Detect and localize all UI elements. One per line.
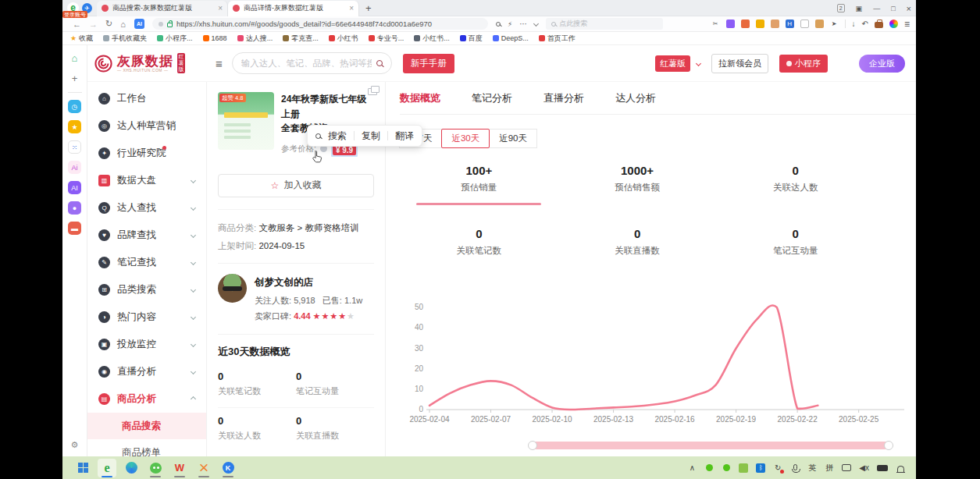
- tray-lang-pinyin[interactable]: 拼: [825, 463, 834, 474]
- close-button[interactable]: ×: [907, 4, 911, 13]
- tab-达人分析[interactable]: 达人分析: [615, 91, 656, 105]
- stat-预估销量[interactable]: 100+预估销量: [400, 164, 558, 216]
- shop-name[interactable]: 创梦文创的店: [255, 274, 362, 293]
- tray-green-dot-1[interactable]: [704, 463, 714, 474]
- k-app[interactable]: K: [219, 459, 237, 477]
- game-ext[interactable]: [741, 20, 750, 28]
- chevron-down-icon[interactable]: [533, 21, 539, 27]
- product-image[interactable]: 超赞 4.8: [218, 92, 274, 150]
- new-tab-button[interactable]: +: [365, 2, 372, 14]
- bookmark-item[interactable]: 专业号...: [369, 34, 404, 44]
- start-button[interactable]: [73, 459, 92, 477]
- add-favorite-button[interactable]: ☆ 加入收藏: [218, 174, 374, 197]
- pages-count-badge[interactable]: 2: [837, 4, 845, 12]
- tray-bluetooth-icon[interactable]: ᛒ: [756, 463, 765, 474]
- rail-home-icon[interactable]: ⌂: [68, 51, 81, 65]
- version-badge[interactable]: 红薯版: [655, 55, 690, 72]
- tab-笔记分析[interactable]: 笔记分析: [472, 91, 512, 105]
- pin-ext[interactable]: ➤: [830, 20, 839, 28]
- bookmark-item[interactable]: 小程序...: [157, 34, 193, 44]
- tab-close-icon[interactable]: ×: [218, 4, 223, 12]
- wechat-app[interactable]: [146, 459, 165, 477]
- sidebar-item-笔记查找[interactable]: ✎笔记查找: [87, 249, 206, 276]
- rail-game-app[interactable]: ▬: [68, 222, 81, 235]
- stat-笔记互动量[interactable]: 0笔记互动量: [716, 227, 875, 268]
- invite-button[interactable]: 拉新领会员: [711, 54, 768, 73]
- tray-green-dot-2[interactable]: [722, 463, 731, 474]
- stat-关联笔记数[interactable]: 0关联笔记数: [400, 227, 558, 268]
- address-bar[interactable]: https://xhs.huitun.com/#/goods/goods_det…: [152, 18, 488, 30]
- edge-browser[interactable]: [122, 459, 141, 477]
- shiba-ext[interactable]: [815, 20, 824, 28]
- forward-icon[interactable]: →: [89, 20, 98, 29]
- bookmark-item[interactable]: 达人搜...: [237, 34, 273, 44]
- restore-button[interactable]: □: [891, 5, 895, 12]
- wps-app[interactable]: W: [170, 459, 189, 477]
- undo-icon[interactable]: ↶: [862, 20, 868, 28]
- ie-browser[interactable]: e: [98, 459, 116, 477]
- tab-close-icon[interactable]: ×: [349, 4, 354, 12]
- tray-sync-icon[interactable]: ↻: [773, 463, 782, 474]
- tray-bell-icon[interactable]: [896, 463, 905, 474]
- person-ext[interactable]: [771, 20, 779, 28]
- sidebar-item-商品分析[interactable]: ▤商品分析: [87, 385, 206, 413]
- sidebar-item-直播分析[interactable]: ◉直播分析: [87, 358, 206, 385]
- minimize-button[interactable]: —: [873, 5, 880, 12]
- bookmark-item[interactable]: 小红书...: [414, 34, 450, 44]
- enterprise-button[interactable]: 企业版: [859, 55, 905, 73]
- sidebar-item-热门内容[interactable]: ◑热门内容: [87, 303, 206, 331]
- briefcase-icon[interactable]: [875, 22, 883, 28]
- compare-icon[interactable]: [368, 88, 377, 95]
- ai-assistant-icon[interactable]: AI: [134, 19, 144, 29]
- version-chevron-icon[interactable]: [696, 60, 701, 66]
- zoom-icon[interactable]: [496, 22, 501, 27]
- popup-action-复制[interactable]: 复制: [362, 130, 380, 143]
- profile-icon[interactable]: [889, 20, 898, 28]
- sidebar-item-达人种草营销[interactable]: ◎达人种草营销: [87, 112, 206, 140]
- sidebar-item-达人查找[interactable]: Q达人查找: [87, 194, 206, 222]
- x-app[interactable]: ⨉: [194, 459, 213, 477]
- miniprogram-button[interactable]: 小程序: [779, 55, 828, 73]
- datazoom-handle[interactable]: [884, 441, 893, 450]
- sidebar-item-数据大盘[interactable]: ▥数据大盘: [87, 167, 206, 194]
- trophy-ext[interactable]: [756, 20, 764, 28]
- collapse-menu-icon[interactable]: ≡: [216, 57, 223, 70]
- tray-touchpad-icon[interactable]: [842, 463, 851, 474]
- settings-gear-icon[interactable]: ⚙: [62, 440, 87, 450]
- app-logo[interactable]: 灰豚数据 — XHS.HUITUN.COM — 红薯版: [94, 53, 212, 73]
- gift-icon[interactable]: ▣: [856, 5, 863, 12]
- sidebar-item-投放监控[interactable]: ▣投放监控: [87, 331, 206, 358]
- tab-数据概览[interactable]: 数据概览: [400, 91, 440, 105]
- bookmark-item[interactable]: 百度: [460, 34, 483, 44]
- stat-预估销售额[interactable]: 1000+预估销售额: [558, 164, 717, 216]
- browser-tab[interactable]: 商品详情-灰豚数据红薯版×: [228, 1, 359, 16]
- rail-add-icon[interactable]: +: [68, 72, 81, 85]
- sidebar-item-行业研究院[interactable]: ✦行业研究院: [87, 140, 206, 167]
- bookmark-item[interactable]: DeepS...: [493, 34, 529, 42]
- tray-expand-icon[interactable]: ∧: [687, 463, 697, 474]
- tray-battery-icon[interactable]: [877, 463, 888, 474]
- url-text[interactable]: https://xhs.huitun.com/#/goods/goods_det…: [176, 20, 432, 28]
- app-search-icon[interactable]: [376, 60, 383, 66]
- bookmark-item[interactable]: 零克查...: [283, 34, 319, 44]
- more-icon[interactable]: ⋯: [519, 20, 527, 28]
- h-ext[interactable]: H: [786, 20, 794, 28]
- bookmark-item[interactable]: 首页工作: [539, 34, 576, 44]
- bookmark-item[interactable]: 手机收藏夹: [103, 34, 147, 44]
- datazoom-handle[interactable]: [528, 441, 537, 450]
- home-icon[interactable]: ⌂: [120, 20, 126, 29]
- rail-nodes-app[interactable]: ⁙: [68, 140, 81, 154]
- datazoom-range[interactable]: [533, 442, 889, 449]
- purple-ext[interactable]: [726, 20, 735, 28]
- stat-关联直播数[interactable]: 0关联直播数: [558, 227, 717, 268]
- rail-purple-app[interactable]: ●: [68, 201, 81, 215]
- tray-mic-icon[interactable]: [790, 463, 800, 474]
- app-search-input[interactable]: 输入达人、笔记、品牌、热词等搜...: [232, 52, 392, 74]
- rail-favorites-app[interactable]: ★: [68, 120, 81, 133]
- scissors-ext[interactable]: ✂: [711, 20, 720, 28]
- sidebar-item-工作台[interactable]: ⌂工作台: [87, 85, 206, 112]
- sidebar-item-品牌查找[interactable]: ♥品牌查找: [87, 222, 206, 249]
- rail-ai-ring-app[interactable]: Ai: [68, 161, 81, 174]
- tray-lang-en[interactable]: 英: [807, 463, 817, 474]
- tray-volume-muted-icon[interactable]: ◀x: [859, 463, 869, 474]
